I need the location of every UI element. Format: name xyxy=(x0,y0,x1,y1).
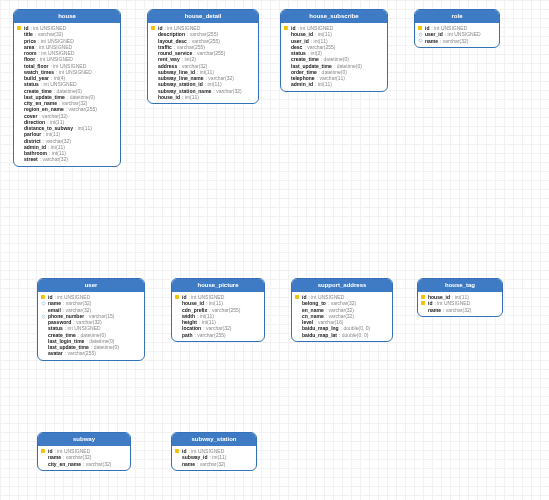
blank-icon xyxy=(151,51,156,56)
blank-icon xyxy=(17,82,22,87)
column-row[interactable]: name: varchar(32) xyxy=(421,307,499,313)
blank-icon xyxy=(17,107,22,112)
blank-icon xyxy=(175,326,180,331)
blank-icon xyxy=(17,126,22,131)
blank-icon xyxy=(284,45,289,50)
table-user[interactable]: userid: int UNSIGNEDname: varchar(32)ema… xyxy=(37,278,145,361)
blank-icon xyxy=(17,113,22,118)
blank-icon xyxy=(284,57,289,62)
column-type: : varchar(255) xyxy=(195,332,226,338)
table-header[interactable]: house_detail xyxy=(148,10,258,23)
blank-icon xyxy=(41,345,46,350)
table-body: id: int UNSIGNEDtitle: varchar(32)price:… xyxy=(14,23,120,166)
blank-icon xyxy=(17,120,22,125)
column-row[interactable]: street: varchar(32) xyxy=(17,156,117,162)
column-row[interactable]: admin_id: int(11) xyxy=(284,81,384,87)
table-header[interactable]: support_address xyxy=(292,279,392,292)
column-name: path xyxy=(182,332,193,338)
key-icon xyxy=(421,295,426,300)
column-name: name xyxy=(182,461,195,467)
column-type: : int(11) xyxy=(182,94,199,100)
table-body: id: int UNSIGNEDbelong_to: varchar(32)en… xyxy=(292,292,392,341)
blank-icon xyxy=(17,38,22,43)
blank-icon xyxy=(41,320,46,325)
blank-icon xyxy=(17,51,22,56)
blank-icon xyxy=(17,57,22,62)
blank-icon xyxy=(151,45,156,50)
blank-icon xyxy=(175,314,180,319)
blank-icon xyxy=(151,82,156,87)
blank-icon xyxy=(284,82,289,87)
blank-icon xyxy=(151,38,156,43)
table-body: id: int UNSIGNEDsubway_id: int(11)name: … xyxy=(172,446,256,470)
table-header[interactable]: subway_station xyxy=(172,433,256,446)
table-body: id: int UNSIGNEDuser_id: int UNSIGNEDnam… xyxy=(415,23,499,47)
key-icon xyxy=(175,449,180,454)
column-row[interactable]: name: varchar(32) xyxy=(418,38,496,44)
column-row[interactable]: name: varchar(32) xyxy=(175,461,253,467)
blank-icon xyxy=(17,32,22,37)
table-header[interactable]: user xyxy=(38,279,144,292)
blank-icon xyxy=(41,339,46,344)
diagram-canvas[interactable]: houseid: int UNSIGNEDtitle: varchar(32)p… xyxy=(0,0,549,500)
blank-icon xyxy=(41,326,46,331)
table-header[interactable]: house xyxy=(14,10,120,23)
column-type: : varchar(32) xyxy=(40,156,68,162)
table-header[interactable]: house_picture xyxy=(172,279,264,292)
blank-icon xyxy=(17,145,22,150)
key-icon xyxy=(418,26,423,31)
blank-icon xyxy=(17,63,22,68)
blank-icon xyxy=(284,32,289,37)
column-row[interactable]: house_id: int(11) xyxy=(151,94,255,100)
blank-icon xyxy=(151,63,156,68)
column-row[interactable]: city_en_name: varchar(32) xyxy=(41,461,127,467)
blank-icon xyxy=(151,57,156,62)
column-name: admin_id xyxy=(291,81,313,87)
column-name: avatar xyxy=(48,350,63,356)
table-support_address[interactable]: support_addressid: int UNSIGNEDbelong_to… xyxy=(291,278,393,342)
table-house_subscribe[interactable]: house_subscribeid: int UNSIGNEDhouse_id:… xyxy=(280,9,388,92)
table-house_detail[interactable]: house_detailid: int UNSIGNEDdescription:… xyxy=(147,9,259,104)
table-body: id: int UNSIGNEDname: varchar(32)email: … xyxy=(38,292,144,360)
diamond-icon xyxy=(418,39,422,43)
table-role[interactable]: roleid: int UNSIGNEDuser_id: int UNSIGNE… xyxy=(414,9,500,48)
column-type: : varchar(32) xyxy=(440,38,468,44)
diamond-icon xyxy=(418,32,422,36)
blank-icon xyxy=(284,38,289,43)
key-icon xyxy=(151,26,156,31)
blank-icon xyxy=(151,32,156,37)
blank-icon xyxy=(295,332,300,337)
key-icon xyxy=(421,301,426,306)
column-type: : varchar(255) xyxy=(66,106,97,112)
blank-icon xyxy=(41,351,46,356)
blank-icon xyxy=(17,76,22,81)
table-header[interactable]: role xyxy=(415,10,499,23)
table-body: id: int UNSIGNEDname: varchar(32)city_en… xyxy=(38,446,130,470)
column-name: name xyxy=(428,307,441,313)
key-icon xyxy=(175,295,180,300)
table-header[interactable]: subway xyxy=(38,433,130,446)
blank-icon xyxy=(17,138,22,143)
blank-icon xyxy=(175,455,180,460)
column-type: : varchar(32) xyxy=(443,307,471,313)
blank-icon xyxy=(17,132,22,137)
blank-icon xyxy=(295,320,300,325)
column-name: city_en_name xyxy=(48,461,81,467)
column-row[interactable]: baidu_map_lat: double(0, 0) xyxy=(295,332,389,338)
table-header[interactable]: house_tag xyxy=(418,279,502,292)
blank-icon xyxy=(17,95,22,100)
table-subway[interactable]: subwayid: int UNSIGNEDname: varchar(32)c… xyxy=(37,432,131,471)
table-body: id: int UNSIGNEDhouse_id: int(11)cdn_pre… xyxy=(172,292,264,341)
table-subway_station[interactable]: subway_stationid: int UNSIGNEDsubway_id:… xyxy=(171,432,257,471)
blank-icon xyxy=(284,70,289,75)
table-house[interactable]: houseid: int UNSIGNEDtitle: varchar(32)p… xyxy=(13,9,121,167)
column-row[interactable]: avatar: varchar(255) xyxy=(41,350,141,356)
column-row[interactable]: path: varchar(255) xyxy=(175,332,261,338)
table-house_tag[interactable]: house_taghouse_id: int(11)id: int UNSIGN… xyxy=(417,278,503,317)
table-house_picture[interactable]: house_pictureid: int UNSIGNEDhouse_id: i… xyxy=(171,278,265,342)
column-type: : varchar(255) xyxy=(65,350,96,356)
blank-icon xyxy=(151,70,156,75)
table-header[interactable]: house_subscribe xyxy=(281,10,387,23)
column-type: : double(0, 0) xyxy=(339,332,368,338)
blank-icon xyxy=(295,326,300,331)
